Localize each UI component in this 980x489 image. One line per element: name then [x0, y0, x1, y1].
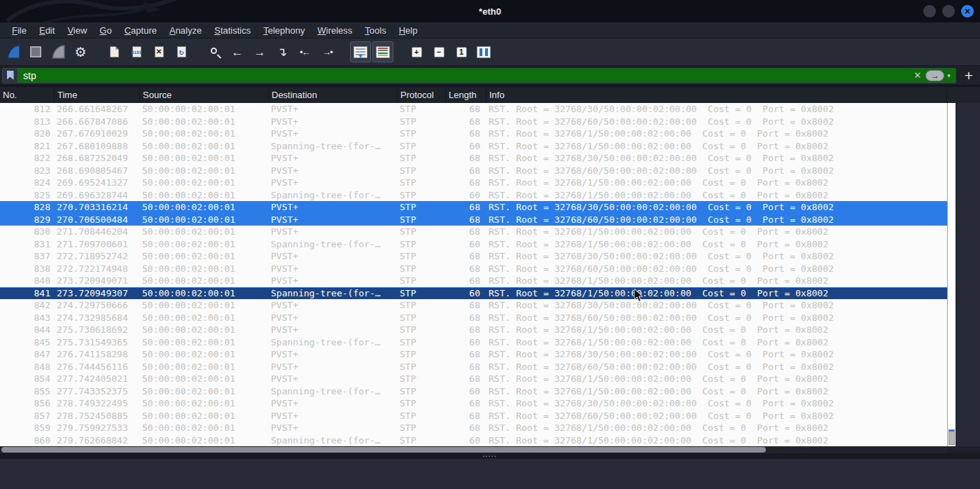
cell-length: 68 — [446, 226, 486, 237]
packet-row-855[interactable]: 855277.74335237550:00:00:02:00:01Spannin… — [0, 385, 947, 398]
packet-row-847[interactable]: 847276.74115829850:00:00:02:00:01PVST+ST… — [0, 348, 947, 361]
auto-scroll-button[interactable]: ▼ — [350, 41, 371, 62]
colorize-button[interactable] — [372, 41, 393, 62]
cell-protocol: STP — [398, 373, 446, 384]
packet-row-857[interactable]: 857278.75245088550:00:00:02:00:01PVST+ST… — [0, 410, 947, 422]
close-button[interactable]: ✕ — [961, 5, 974, 18]
save-file-button[interactable]: 0101 — [126, 41, 147, 62]
cell-length: 60 — [446, 141, 486, 151]
packet-row-822[interactable]: 822268.68725204950:00:00:02:00:01PVST+ST… — [0, 152, 947, 165]
vertical-scrollbar-thumb[interactable] — [948, 429, 955, 445]
filter-clear-button[interactable]: ✕ — [909, 70, 925, 81]
packet-row-838[interactable]: 838272.72217494850:00:00:02:00:01PVST+ST… — [0, 263, 947, 275]
capture-options-button[interactable]: ⚙ — [70, 41, 91, 62]
packet-row-837[interactable]: 837272.71895274250:00:00:02:00:01PVST+ST… — [0, 250, 947, 263]
packet-row-859[interactable]: 859279.75992753350:00:00:02:00:01PVST+ST… — [0, 422, 947, 434]
column-header-source[interactable]: Source — [140, 87, 269, 103]
zoom-in-button[interactable]: + — [406, 41, 427, 62]
horizontal-scrollbar-thumb[interactable] — [1, 447, 766, 453]
menu-wireless[interactable]: Wireless — [312, 25, 359, 36]
zoom-100-button[interactable]: 1 — [451, 41, 472, 62]
zoom-out-button[interactable]: − — [428, 41, 449, 62]
packet-row-821[interactable]: 821267.68010988850:00:00:02:00:01Spannin… — [0, 140, 947, 153]
menu-file[interactable]: File — [6, 25, 33, 36]
cell-protocol: STP — [398, 312, 446, 323]
minimize-button[interactable] — [923, 5, 936, 18]
cell-no: 822 — [0, 153, 55, 163]
cell-source: 50:00:00:02:00:01 — [140, 226, 269, 237]
filter-apply-button[interactable]: → — [925, 70, 944, 81]
packet-row-831[interactable]: 831271.70970060150:00:00:02:00:01Spannin… — [0, 238, 947, 251]
cell-destination: PVST+ — [269, 324, 398, 335]
open-file-button[interactable] — [104, 41, 125, 62]
packet-row-828[interactable]: 828270.70331621450:00:00:02:00:01PVST+ST… — [0, 201, 947, 214]
restart-capture-button[interactable] — [48, 41, 69, 62]
column-header-protocol[interactable]: Protocol — [398, 87, 446, 103]
reload-file-button[interactable]: ↻ — [171, 41, 192, 62]
menu-help[interactable]: Help — [393, 25, 424, 36]
go-forward-button[interactable]: → — [249, 41, 270, 62]
stop-capture-button[interactable] — [25, 41, 46, 62]
go-last-packet-button[interactable]: →• — [316, 41, 337, 62]
cell-destination: PVST+ — [269, 411, 398, 421]
start-capture-button[interactable] — [3, 41, 24, 62]
filter-dropdown-caret[interactable]: ▾ — [947, 72, 955, 79]
menu-statistics[interactable]: Statistics — [208, 25, 257, 36]
packet-row-843[interactable]: 843274.73298568450:00:00:02:00:01PVST+ST… — [0, 312, 947, 324]
go-back-button[interactable]: ← — [227, 41, 248, 62]
filter-input[interactable]: stp — [18, 70, 909, 81]
splitter-handle-icon: ••••• — [483, 454, 498, 458]
packet-row-842[interactable]: 842274.72975066650:00:00:02:00:01PVST+ST… — [0, 299, 947, 312]
menu-view[interactable]: View — [61, 25, 93, 36]
horizontal-scrollbar[interactable] — [0, 446, 947, 453]
packet-row-844[interactable]: 844275.73061869250:00:00:02:00:01PVST+ST… — [0, 324, 947, 336]
column-header-info[interactable]: Info — [486, 87, 947, 103]
packet-row-856[interactable]: 856278.74932249550:00:00:02:00:01PVST+ST… — [0, 397, 947, 410]
first-packet-icon: •← — [300, 48, 309, 57]
column-header-destination[interactable]: Destination — [269, 87, 398, 103]
menu-analyze[interactable]: Analyze — [163, 25, 208, 36]
packet-row-823[interactable]: 823268.69080546750:00:00:02:00:01PVST+ST… — [0, 165, 947, 177]
filter-add-button[interactable]: + — [956, 67, 976, 84]
cell-info: RST. Root = 32768/1/50:00:00:02:00:00 Co… — [486, 128, 947, 139]
cell-source: 50:00:00:02:00:01 — [140, 177, 269, 188]
packet-row-860[interactable]: 860279.76266884250:00:00:02:00:01Spannin… — [0, 434, 947, 447]
column-header-no[interactable]: No. — [0, 87, 55, 103]
packet-row-840[interactable]: 840273.72094907150:00:00:02:00:01PVST+ST… — [0, 275, 947, 287]
cell-protocol: STP — [398, 214, 446, 225]
cell-source: 50:00:00:02:00:01 — [140, 263, 269, 274]
menu-tools[interactable]: Tools — [358, 25, 392, 36]
filter-bookmark-button[interactable] — [3, 69, 18, 83]
packet-row-854[interactable]: 854277.74240502150:00:00:02:00:01PVST+ST… — [0, 373, 947, 385]
cell-source: 50:00:00:02:00:01 — [140, 312, 269, 323]
menu-capture[interactable]: Capture — [118, 25, 163, 36]
packet-row-830[interactable]: 830271.70844620450:00:00:02:00:01PVST+ST… — [0, 226, 947, 238]
packet-row-812[interactable]: 812266.66164826750:00:00:02:00:01PVST+ST… — [0, 103, 947, 116]
column-header-time[interactable]: Time — [55, 87, 140, 103]
maximize-button[interactable] — [942, 5, 955, 18]
menu-telephony[interactable]: Telephony — [257, 25, 311, 36]
column-header-length[interactable]: Length — [446, 87, 486, 103]
menubar: FileEditViewGoCaptureAnalyzeStatisticsTe… — [0, 22, 980, 39]
cell-destination: PVST+ — [269, 202, 398, 212]
resize-columns-button[interactable] — [473, 41, 494, 62]
packet-row-820[interactable]: 820267.67691002950:00:00:02:00:01PVST+ST… — [0, 128, 947, 140]
cell-destination: PVST+ — [269, 177, 398, 188]
packet-row-825[interactable]: 825269.69632874450:00:00:02:00:01Spannin… — [0, 189, 947, 202]
cell-no: 824 — [0, 177, 55, 188]
packet-row-824[interactable]: 824269.69524132750:00:00:02:00:01PVST+ST… — [0, 177, 947, 189]
go-to-packet-button[interactable]: ↴ — [272, 41, 293, 62]
find-packet-button[interactable] — [204, 41, 225, 62]
packet-row-845[interactable]: 845275.73154936550:00:00:02:00:01Spannin… — [0, 336, 947, 349]
menu-edit[interactable]: Edit — [33, 25, 61, 36]
go-first-packet-button[interactable]: •← — [294, 41, 315, 62]
packet-row-829[interactable]: 829270.70650048450:00:00:02:00:01PVST+ST… — [0, 214, 947, 226]
packet-row-841[interactable]: 841273.72094930750:00:00:02:00:01Spannin… — [0, 287, 947, 300]
vertical-scrollbar[interactable] — [947, 103, 955, 446]
packet-row-813[interactable]: 813266.66784708650:00:00:02:00:01PVST+ST… — [0, 116, 947, 128]
display-filter-field[interactable]: stp ✕ → ▾ — [2, 68, 956, 83]
packet-row-848[interactable]: 848276.74445611650:00:00:02:00:01PVST+ST… — [0, 361, 947, 373]
menu-go[interactable]: Go — [93, 25, 118, 36]
close-file-button[interactable]: ✕ — [148, 41, 169, 62]
pane-splitter[interactable]: ••••• — [0, 453, 980, 459]
